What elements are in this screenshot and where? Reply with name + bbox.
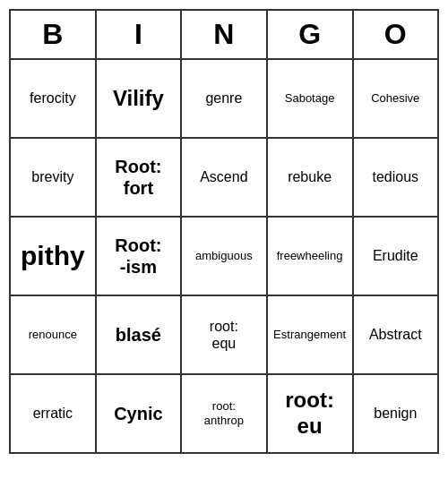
bingo-header-cell: O bbox=[353, 10, 438, 59]
bingo-row: ferocityVilifygenreSabotageCohesive bbox=[10, 59, 438, 138]
bingo-cell: genre bbox=[181, 59, 267, 138]
bingo-row: erraticCynicroot:anthroproot:eubenign bbox=[10, 374, 438, 453]
bingo-cell: pithy bbox=[10, 217, 96, 295]
bingo-cell: Vilify bbox=[96, 59, 181, 138]
bingo-cell: Erudite bbox=[353, 217, 438, 295]
bingo-cell: ambiguous bbox=[181, 217, 267, 295]
bingo-header-cell: I bbox=[96, 10, 181, 59]
bingo-cell: benign bbox=[353, 374, 438, 453]
bingo-cell: freewheeling bbox=[267, 217, 353, 295]
bingo-row: renounceblaséroot:equEstrangementAbstrac… bbox=[10, 295, 438, 374]
bingo-cell: root:equ bbox=[181, 295, 267, 374]
bingo-row: pithyRoot:-ismambiguousfreewheelingErudi… bbox=[10, 217, 438, 295]
bingo-cell: Estrangement bbox=[267, 295, 353, 374]
bingo-cell: Cynic bbox=[96, 374, 181, 453]
bingo-cell: erratic bbox=[10, 374, 96, 453]
bingo-cell: Root:-ism bbox=[96, 217, 181, 295]
bingo-cell: Sabotage bbox=[267, 59, 353, 138]
bingo-cell: rebuke bbox=[267, 138, 353, 217]
bingo-cell: root:anthrop bbox=[181, 374, 267, 453]
bingo-header-cell: B bbox=[10, 10, 96, 59]
bingo-header-cell: G bbox=[267, 10, 353, 59]
bingo-cell: brevity bbox=[10, 138, 96, 217]
bingo-cell: Cohesive bbox=[353, 59, 438, 138]
bingo-cell: renounce bbox=[10, 295, 96, 374]
bingo-cell: Ascend bbox=[181, 138, 267, 217]
bingo-header: BINGO bbox=[10, 10, 438, 59]
bingo-cell: root:eu bbox=[267, 374, 353, 453]
bingo-row: brevityRoot:fortAscendrebuketedious bbox=[10, 138, 438, 217]
bingo-cell: blasé bbox=[96, 295, 181, 374]
bingo-cell: Abstract bbox=[353, 295, 438, 374]
bingo-header-cell: N bbox=[181, 10, 267, 59]
bingo-cell: ferocity bbox=[10, 59, 96, 138]
bingo-card: BINGO ferocityVilifygenreSabotageCohesiv… bbox=[9, 9, 439, 454]
bingo-cell: tedious bbox=[353, 138, 438, 217]
bingo-cell: Root:fort bbox=[96, 138, 181, 217]
